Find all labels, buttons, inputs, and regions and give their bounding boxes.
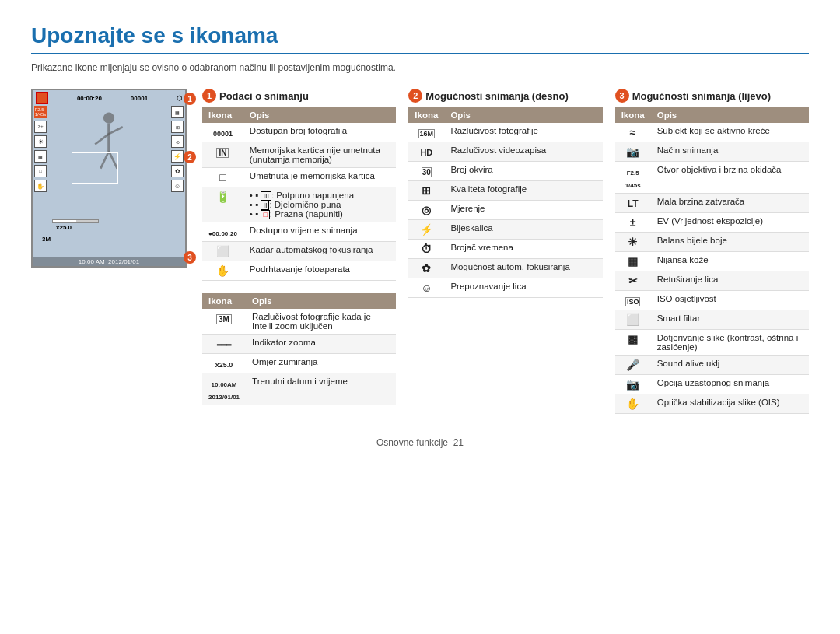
icon-cell: 3M <box>202 309 246 335</box>
desc-cell: Otvor objektiva i brzina okidača <box>651 162 809 194</box>
icon-cell: □ <box>202 168 243 187</box>
table-row: 16M Razlučivost fotografije <box>408 123 602 142</box>
icon-cell: ✋ <box>615 394 651 414</box>
cam-icon-r1: ▦ <box>171 106 184 118</box>
icon-cell: 10:00AM2012/01/01 <box>202 373 246 405</box>
desc-cell: Prepoznavanje lica <box>444 278 602 298</box>
section2-title-text: Mogućnosti snimanja (desno) <box>425 90 568 102</box>
camera-preview: 00:00:20 00001 ⬡ F2.51/45s Z± ☀ ▩ □ ✋ ▦ … <box>31 89 187 268</box>
desc-cell: Indikator zooma <box>246 335 396 354</box>
section1-col1: Ikona <box>202 107 243 123</box>
camera-badge-3m: 3M <box>42 236 51 243</box>
icon-wb: ☀ <box>628 236 638 248</box>
section2-col2: Opis <box>444 107 602 123</box>
desc-cell: Sound alive uklj <box>651 356 809 375</box>
icon-in: IN <box>216 148 229 158</box>
icon-datetime: 10:00AM2012/01/01 <box>208 381 240 401</box>
table-row: ✂ Retuširanje lica <box>615 271 809 291</box>
icon-shake: ✋ <box>216 264 229 277</box>
section1-title-text: Podaci o snimanju <box>219 90 309 102</box>
icon-3m: 3M <box>216 314 232 324</box>
icon-cell: ▩ <box>615 330 651 356</box>
icon-cell: ✂ <box>615 271 651 291</box>
desc-cell: Kvaliteta fotografije <box>444 181 602 201</box>
icon-motion: ≈ <box>630 126 636 138</box>
icon-rectime: ●00:00:20 <box>208 230 237 237</box>
section3-col1: Ikona <box>615 107 651 123</box>
camera-preview-wrapper: 00:00:20 00001 ⬡ F2.51/45s Z± ☀ ▩ □ ✋ ▦ … <box>31 89 187 268</box>
icon-card: □ <box>219 171 226 184</box>
icon-cell: ━━━ <box>202 335 246 354</box>
section3-table: Ikona Opis ≈ Subjekt koji se aktivno kre… <box>615 107 809 414</box>
icon-soundalive: 🎤 <box>626 359 639 371</box>
cam-icon-4: ▩ <box>34 150 47 163</box>
desc-cell: Bljeskalica <box>444 220 602 240</box>
section-lijevo: 3 Mogućnosti snimanja (lijevo) Ikona Opi… <box>615 89 809 414</box>
section2-badge: 2 <box>408 89 422 103</box>
desc-cell: Subjekt koji se aktivno kreće <box>651 123 809 142</box>
icon-battery: 🔋 <box>216 191 229 203</box>
icon-cell: 30 <box>408 162 444 181</box>
desc-cell: Razlučivost videozapisa <box>444 142 602 162</box>
icon-ev: ± <box>630 216 636 229</box>
desc-cell: Podrhtavanje fotoaparata <box>243 261 396 281</box>
table-row: □ Umetnuta je memorijska kartica <box>202 168 396 187</box>
table-row: HD Razlučivost videozapisa <box>408 142 602 162</box>
icon-cell: ▦ <box>615 252 651 271</box>
table-row: IN Memorijska kartica nije umetnuta (unu… <box>202 142 396 168</box>
desc-cell: Razlučivost fotografije <box>444 123 602 142</box>
icon-skintone: ▦ <box>628 255 638 268</box>
icon-timer: ⏱ <box>421 243 432 255</box>
table-row: ◎ Mjerenje <box>408 201 602 220</box>
icon-cell: F2.51/45s <box>615 162 651 194</box>
icon-aperture: F2.51/45s <box>625 170 641 189</box>
desc-cell: Način snimanja <box>651 142 809 162</box>
table-row: 00001 Dostupan broj fotografija <box>202 123 396 142</box>
icon-focus: ⬜ <box>216 245 229 257</box>
table-row: ●00:00:20 Dostupno vrijeme snimanja <box>202 222 396 242</box>
icon-cell: ☀ <box>615 233 651 252</box>
table-row: ⬜ Smart filtar <box>615 310 809 330</box>
camera-zoom-label: x25.0 <box>56 224 72 231</box>
cam-icon-r2: ⊞ <box>171 121 184 133</box>
desc-cell: ▪ III: Potpuno napunjena ▪ II: Djelomičn… <box>243 187 396 222</box>
desc-cell: Nijansa kože <box>651 252 809 271</box>
icon-cell: 16M <box>408 123 444 142</box>
section1-table: Ikona Opis 00001 Dostupan broj fotografi… <box>202 107 396 281</box>
table-row: ISO ISO osjetljivost <box>615 291 809 310</box>
icon-cell: ⬜ <box>615 310 651 330</box>
icon-cell: 📷 <box>615 142 651 162</box>
desc-cell: Umetnuta je memorijska kartica <box>243 168 396 187</box>
icon-cell: IN <box>202 142 243 168</box>
desc-cell: Opcija uzastopnog snimanja <box>651 375 809 394</box>
table-row: 10:00AM2012/01/01 Trenutni datum i vrije… <box>202 373 396 405</box>
camera-right-icons: ▦ ⊞ ⊙ ⚡ ✿ ☺ <box>171 106 184 192</box>
table-row: ▩ Dotjerivanje slike (kontrast, oštrina … <box>615 330 809 356</box>
table-row: F2.51/45s Otvor objektiva i brzina okida… <box>615 162 809 194</box>
page-title: Upoznajte se s ikonama <box>31 23 809 54</box>
cam-icon-5: □ <box>34 165 47 177</box>
section3-col2: Opis <box>651 107 809 123</box>
icon-metering: ◎ <box>422 204 431 216</box>
section2-table: Ikona Opis 16M Razlučivost fotografije H… <box>408 107 602 298</box>
icon-cell: 📷 <box>615 375 651 394</box>
icon-smartfilter: ⬜ <box>626 313 639 326</box>
section2-title: 2 Mogućnosti snimanja (desno) <box>408 89 602 103</box>
icon-cell: HD <box>408 142 444 162</box>
icon-cell: ⬜ <box>202 242 243 261</box>
footer-page: 21 <box>453 437 464 448</box>
table-row: ⚡ Bljeskalica <box>408 220 602 240</box>
desc-cell: Dotjerivanje slike (kontrast, oštrina i … <box>651 330 809 356</box>
desc-cell: Retuširanje lica <box>651 271 809 291</box>
desc-cell: Mogućnost autom. fokusiranja <box>444 259 602 278</box>
camera-bottom-time: 10:00 AM <box>79 258 105 265</box>
desc-cell: Brojač vremena <box>444 240 602 259</box>
icon-cell: ± <box>615 213 651 233</box>
icon-cell: 🎤 <box>615 356 651 375</box>
icon-hd: HD <box>420 148 432 157</box>
desc-cell: Smart filtar <box>651 310 809 330</box>
icon-flash: ⚡ <box>420 223 433 236</box>
desc-cell: Optička stabilizacija slike (OIS) <box>651 394 809 414</box>
icon-cell: LT <box>615 194 651 213</box>
icon-cell: x25.0 <box>202 354 246 373</box>
